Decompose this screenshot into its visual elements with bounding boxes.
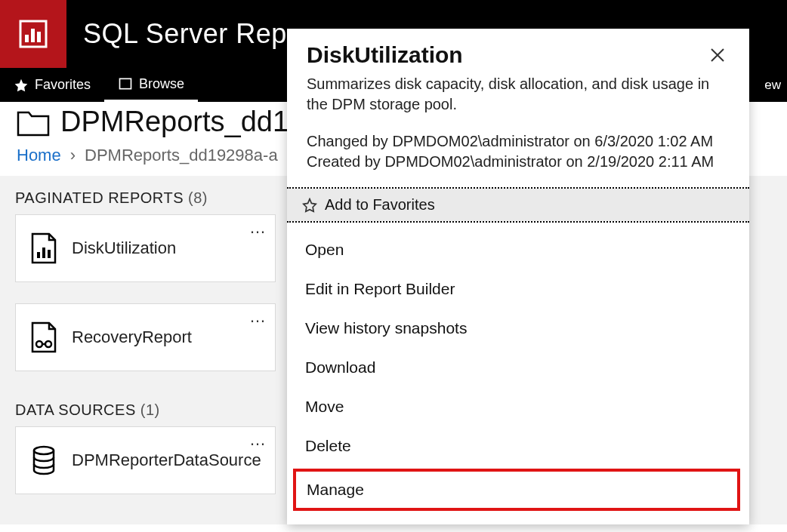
linked-report-icon (31, 321, 57, 353)
folder-icon (17, 108, 50, 137)
context-menu: Open Edit in Report Builder View history… (287, 223, 749, 524)
card-menu-button[interactable]: … (249, 218, 267, 238)
reports-count: (8) (188, 189, 208, 206)
svg-point-9 (45, 341, 51, 347)
app-title: SQL Server Rep (66, 18, 287, 50)
card-label: DPMReporterDataSource (72, 451, 261, 470)
context-panel: DiskUtilization Summarizes disk capacity… (287, 29, 749, 524)
bar-chart-icon (17, 18, 49, 50)
report-card-diskutilization[interactable]: … DiskUtilization (15, 214, 276, 282)
nav-browse[interactable]: Browse (104, 68, 198, 102)
report-card-recovery[interactable]: … RecoveryReport (15, 303, 276, 371)
svg-rect-7 (48, 250, 51, 258)
svg-rect-3 (37, 32, 41, 42)
star-outline-icon (302, 198, 317, 213)
changed-by: Changed by DPMDOM02\administrator on 6/3… (307, 131, 730, 152)
menu-delete[interactable]: Delete (287, 426, 749, 466)
chevron-right-icon: › (70, 146, 76, 165)
sources-count: (1) (140, 401, 160, 418)
sources-title-text: DATA SOURCES (15, 401, 136, 418)
browse-icon (118, 76, 133, 91)
nav-favorites-label: Favorites (35, 77, 91, 93)
star-filled-icon (14, 78, 29, 93)
context-metadata: Changed by DPMDOM02\administrator on 6/3… (307, 131, 730, 172)
card-label: RecoveryReport (72, 328, 192, 347)
svg-rect-2 (31, 29, 35, 42)
svg-rect-4 (120, 78, 131, 88)
menu-edit[interactable]: Edit in Report Builder (287, 269, 749, 309)
datasource-card[interactable]: … DPMReporterDataSource (15, 426, 276, 494)
svg-rect-1 (25, 35, 29, 42)
card-menu-button[interactable]: … (249, 430, 267, 450)
context-title: DiskUtilization (307, 42, 463, 68)
menu-download[interactable]: Download (287, 348, 749, 387)
svg-rect-5 (37, 252, 40, 258)
nav-favorites[interactable]: Favorites (0, 68, 104, 102)
report-icon (31, 232, 57, 264)
breadcrumb-current: DPMReports_dd19298a-a (85, 146, 278, 165)
menu-move[interactable]: Move (287, 387, 749, 426)
app-logo[interactable] (0, 0, 66, 68)
close-button[interactable] (705, 43, 730, 67)
svg-rect-6 (42, 248, 45, 258)
card-menu-button[interactable]: … (249, 307, 267, 327)
close-icon (708, 46, 727, 64)
breadcrumb-home[interactable]: Home (17, 146, 61, 165)
context-description: Summarizes disk capacity, disk allocatio… (307, 74, 730, 115)
created-by: Created by DPMDOM02\administrator on 2/1… (307, 152, 730, 172)
menu-history[interactable]: View history snapshots (287, 309, 749, 348)
menu-manage[interactable]: Manage (293, 469, 740, 511)
svg-point-10 (34, 447, 54, 454)
nav-browse-label: Browse (139, 76, 184, 92)
nav-view-fragment[interactable]: ew (764, 78, 787, 93)
svg-point-8 (36, 341, 42, 347)
add-to-favorites[interactable]: Add to Favorites (287, 189, 749, 221)
card-label: DiskUtilization (72, 238, 176, 258)
favorites-label: Add to Favorites (325, 196, 435, 214)
menu-open[interactable]: Open (287, 230, 749, 269)
reports-title-text: PAGINATED REPORTS (15, 189, 184, 206)
database-icon (31, 445, 57, 475)
